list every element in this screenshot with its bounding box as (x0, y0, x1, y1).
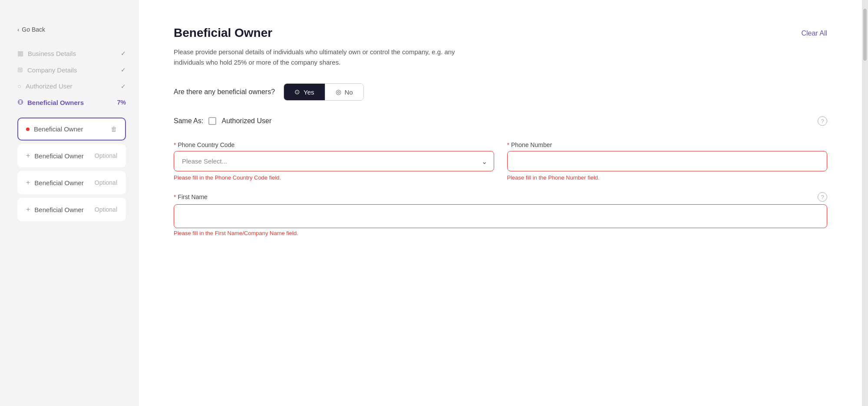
scrollbar-track[interactable] (862, 0, 868, 406)
circle-icon: ◎ (336, 88, 341, 96)
building-icon: ▦ (17, 49, 23, 57)
section-item-bo-3[interactable]: + Beneficial Owner Optional (17, 171, 126, 194)
optional-label-2: Optional (95, 152, 117, 159)
section-item-label-3: Beneficial Owner (34, 179, 83, 187)
question-label: Are there any beneficial owners? (174, 88, 275, 96)
user-icon: ○ (17, 82, 21, 90)
required-star-phone-code: * (174, 141, 176, 148)
optional-label-4: Optional (95, 206, 117, 213)
owners-icon: ⚇ (17, 98, 23, 106)
plus-icon-4: + (26, 206, 30, 213)
company-icon: ⊞ (17, 66, 23, 74)
help-icon-first-name[interactable]: ? (818, 192, 827, 202)
trash-icon[interactable]: 🗑 (111, 125, 117, 133)
go-back-label: Go Back (22, 26, 45, 33)
sidebar-item-business-details[interactable]: ▦ Business Details ✓ (17, 45, 126, 62)
phone-number-error: Please fill in the Phone Number field. (507, 174, 828, 182)
plus-icon-3: + (26, 179, 30, 187)
phone-number-label-text: Phone Number (511, 141, 552, 148)
section-item-bo-2[interactable]: + Beneficial Owner Optional (17, 144, 126, 167)
phone-country-code-label-text: Phone Country Code (178, 141, 234, 148)
phone-number-input[interactable] (507, 151, 828, 171)
phone-number-field: * Phone Number Please fill in the Phone … (507, 141, 828, 182)
content-description: Please provide personal details of indiv… (174, 47, 456, 68)
nav-label-auth-user: Authorized User (26, 82, 73, 90)
phone-country-code-label: * Phone Country Code (174, 141, 494, 148)
sidebar-item-authorized-user[interactable]: ○ Authorized User ✓ (17, 78, 126, 94)
first-name-label-row: * First Name ? (174, 192, 827, 202)
section-item-label-2: Beneficial Owner (34, 152, 83, 160)
help-icon-same-as[interactable]: ? (818, 116, 827, 126)
phone-country-code-select[interactable]: Please Select... (174, 151, 494, 171)
phone-country-code-field: * Phone Country Code Please Select... ⌄ … (174, 141, 494, 182)
nav-label-owners: Beneficial Owners (27, 99, 84, 106)
nav-label-company: Company Details (27, 66, 77, 74)
same-as-user-label: Authorized User (221, 117, 271, 125)
section-item-bo-1[interactable]: Beneficial Owner 🗑 (17, 118, 126, 141)
section-item-bo-4[interactable]: + Beneficial Owner Optional (17, 198, 126, 221)
check-icon-auth-user: ✓ (121, 83, 126, 90)
nav-label-business: Business Details (28, 50, 76, 57)
red-dot-indicator (26, 128, 30, 131)
same-as-checkbox[interactable] (208, 117, 216, 125)
no-button[interactable]: ◎ No (325, 84, 363, 100)
phone-country-code-select-wrapper: Please Select... ⌄ (174, 151, 494, 171)
first-name-label: * First Name (174, 193, 208, 200)
same-as-left: Same As: Authorized User (174, 117, 271, 125)
required-star-phone-num: * (507, 141, 509, 148)
content-header: Beneficial Owner Clear All (174, 26, 827, 40)
phone-number-label: * Phone Number (507, 141, 828, 148)
check-icon-company: ✓ (121, 66, 126, 73)
same-as-label: Same As: (174, 117, 203, 125)
first-name-error: Please fill in the First Name/Company Na… (174, 230, 827, 236)
yes-no-toggle-group: ⊙ Yes ◎ No (284, 83, 364, 101)
sidebar-item-beneficial-owners[interactable]: ⚇ Beneficial Owners 7% (17, 94, 126, 111)
phone-country-code-error: Please fill in the Phone Country Code fi… (174, 174, 494, 182)
sidebar-item-company-details[interactable]: ⊞ Company Details ✓ (17, 62, 126, 78)
section-list: Beneficial Owner 🗑 + Beneficial Owner Op… (17, 118, 126, 221)
beneficial-owners-question-row: Are there any beneficial owners? ⊙ Yes ◎… (174, 83, 827, 101)
chevron-left-icon: ‹ (17, 26, 19, 33)
first-name-input[interactable] (174, 204, 827, 228)
owners-progress-badge: 7% (117, 99, 126, 106)
same-as-row: Same As: Authorized User ? (174, 116, 827, 126)
first-name-section: * First Name ? Please fill in the First … (174, 192, 827, 236)
clear-all-button[interactable]: Clear All (801, 28, 827, 39)
phone-fields-row: * Phone Country Code Please Select... ⌄ … (174, 141, 827, 182)
section-item-label-1: Beneficial Owner (34, 125, 83, 133)
no-label: No (345, 88, 353, 96)
plus-icon-2: + (26, 152, 30, 160)
sidebar: ‹ Go Back ▦ Business Details ✓ ⊞ Company… (0, 0, 139, 406)
yes-label: Yes (304, 88, 314, 96)
first-name-label-text: First Name (178, 193, 207, 200)
main-content: Beneficial Owner Clear All Please provid… (139, 0, 862, 406)
required-star-first-name: * (174, 193, 176, 200)
check-icon-business: ✓ (121, 50, 126, 57)
optional-label-3: Optional (95, 179, 117, 186)
yes-button[interactable]: ⊙ Yes (284, 84, 324, 100)
section-item-label-4: Beneficial Owner (34, 206, 83, 213)
scrollbar-thumb[interactable] (863, 9, 867, 61)
page-title: Beneficial Owner (174, 26, 272, 40)
user-circle-icon: ⊙ (294, 88, 300, 96)
go-back-button[interactable]: ‹ Go Back (17, 26, 126, 33)
